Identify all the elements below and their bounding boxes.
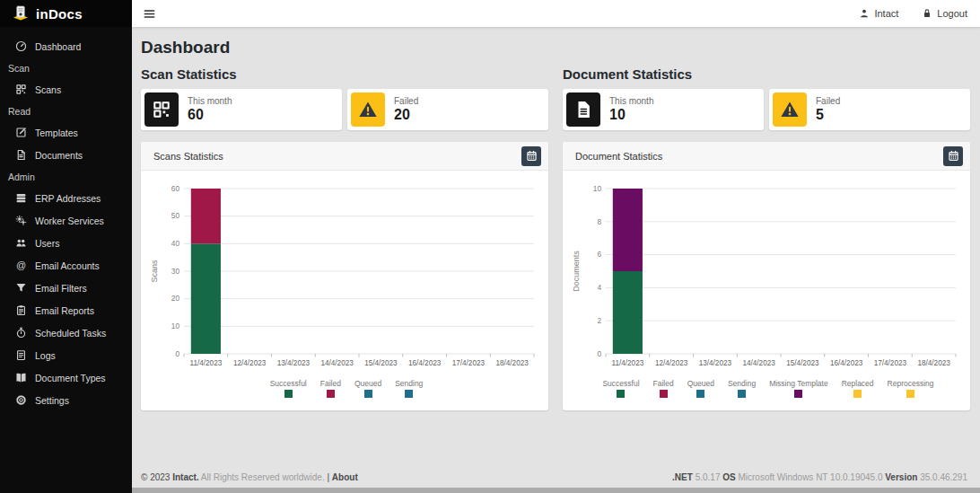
sidebar-item-email-filters[interactable]: Email Filters	[0, 277, 132, 299]
logout-button[interactable]: Logout	[922, 8, 967, 19]
bar-segment-missing-template[interactable]	[613, 189, 643, 271]
legend-item-replaced[interactable]: Replaced	[842, 379, 874, 398]
app-logo[interactable]: inDocs	[0, 0, 132, 27]
card-value: 10	[609, 107, 653, 123]
sidebar-item-label: Email Reports	[35, 305, 94, 316]
documents-chart-body: 0246810Documents11/4/202312/4/202313/4/2…	[563, 171, 970, 410]
menu-toggle-button[interactable]	[141, 5, 158, 22]
documents-chart-legend: SuccessfulFailedQueuedSendingMissing Tem…	[570, 377, 967, 407]
sidebar-section-label: Read	[8, 106, 31, 117]
sidebar-item-document-types[interactable]: Document Types	[0, 366, 132, 389]
document-icon	[566, 92, 600, 127]
legend-item-successful[interactable]: Successful	[602, 379, 639, 398]
documents-date-range-button[interactable]	[943, 146, 963, 166]
legend-swatch	[906, 390, 914, 398]
svg-text:18/4/2023: 18/4/2023	[917, 359, 950, 367]
bottom-strip	[132, 488, 980, 493]
hamburger-icon	[143, 7, 156, 21]
sidebar-item-label: Worker Services	[35, 216, 104, 226]
scans-chart-legend: SuccessfulFailedQueuedSending	[148, 377, 545, 407]
sidebar-item-erp-addresses[interactable]: ERP Addresses	[0, 187, 132, 209]
footer-segment: Microsoft Windows NT 10.0.19045.0	[736, 472, 886, 482]
legend-item-reprocessing[interactable]: Reprocessing	[888, 379, 934, 398]
svg-text:30: 30	[171, 267, 180, 276]
card-value: 60	[188, 107, 232, 123]
documents-chart-panel-header: Document Statistics	[563, 142, 970, 171]
at-icon: @	[15, 260, 27, 271]
sidebar-item-dashboard[interactable]: Dashboard	[0, 35, 132, 57]
legend-label: Queued	[354, 379, 381, 388]
about-link[interactable]: About	[332, 472, 358, 482]
sidebar-item-label: Documents	[35, 150, 83, 161]
documents-chart-panel: Document Statistics 0246810Documents11/4…	[563, 142, 970, 410]
legend-item-failed[interactable]: Failed	[320, 379, 341, 398]
scan-stat-cards: This month 60 Failed 20	[141, 89, 548, 130]
sidebar-item-label: Email Filters	[35, 283, 87, 294]
page-title: Dashboard	[141, 38, 967, 57]
people-icon	[15, 237, 27, 249]
legend-item-sending[interactable]: Sending	[728, 379, 756, 398]
bar-segment-successful[interactable]	[191, 243, 221, 354]
app-title: inDocs	[36, 6, 83, 22]
svg-text:15/4/2023: 15/4/2023	[786, 359, 819, 367]
svg-text:0: 0	[597, 349, 601, 358]
legend-label: Sending	[728, 379, 756, 388]
logout-label: Logout	[937, 8, 967, 19]
legend-item-sending[interactable]: Sending	[395, 379, 423, 398]
sidebar-item-documents[interactable]: Documents	[0, 144, 132, 166]
documents-bar-chart[interactable]: 0246810Documents11/4/202312/4/202313/4/2…	[570, 180, 967, 377]
legend-swatch	[660, 390, 668, 398]
sidebar-item-users[interactable]: Users	[0, 232, 132, 254]
scans-bar-chart[interactable]: 0102030405060Scans11/4/202312/4/202313/4…	[148, 180, 545, 377]
stat-card-documents-failed: Failed 5	[769, 89, 970, 130]
legend-swatch	[617, 390, 625, 398]
gear-icon	[15, 394, 27, 406]
stat-card-scans-failed: Failed 20	[347, 89, 548, 130]
legend-item-missing-template[interactable]: Missing Template	[769, 379, 828, 398]
scans-chart-panel: Scans Statistics 0102030405060Scans11/4/…	[141, 142, 548, 410]
legend-item-queued[interactable]: Queued	[687, 379, 714, 398]
bar-segment-successful[interactable]	[613, 271, 643, 354]
svg-text:14/4/2023: 14/4/2023	[742, 359, 775, 367]
sidebar-item-logs[interactable]: Logs	[0, 344, 132, 366]
legend-item-failed[interactable]: Failed	[653, 379, 674, 398]
topbar-right: Intact Logout	[859, 8, 967, 19]
scans-date-range-button[interactable]	[521, 146, 541, 166]
chart-svg: 0102030405060Scans11/4/202312/4/202313/4…	[148, 180, 539, 374]
user-menu[interactable]: Intact	[859, 8, 898, 19]
user-label: Intact	[874, 8, 898, 19]
svg-text:4: 4	[597, 283, 601, 292]
stopwatch-icon	[15, 327, 27, 339]
sidebar-item-label: Logs	[35, 350, 56, 361]
documents-chart-title: Document Statistics	[575, 151, 662, 162]
card-label: Failed	[394, 96, 418, 106]
sidebar-item-email-reports[interactable]: Email Reports	[0, 299, 132, 321]
sidebar-item-scans[interactable]: Scans	[0, 78, 132, 101]
sidebar-item-worker-services[interactable]: Worker Services	[0, 209, 132, 232]
sidebar-item-label: Email Accounts	[35, 260, 100, 271]
sidebar-section-read: Read	[0, 101, 132, 121]
sidebar-item-templates[interactable]: Templates	[0, 121, 132, 144]
scan-statistics-section: Scan Statistics This month 60 Failed 20	[141, 66, 548, 410]
footer-segment: Intact.	[172, 472, 198, 482]
bar-segment-failed[interactable]	[191, 189, 221, 243]
sidebar-item-scheduled-tasks[interactable]: Scheduled Tasks	[0, 321, 132, 344]
journal-icon	[15, 349, 27, 361]
legend-item-queued[interactable]: Queued	[354, 379, 381, 398]
svg-text:50: 50	[171, 211, 180, 220]
svg-text:6: 6	[597, 250, 601, 259]
sidebar-item-settings[interactable]: Settings	[0, 389, 132, 411]
svg-text:16/4/2023: 16/4/2023	[830, 359, 863, 367]
server-icon	[15, 192, 27, 204]
svg-text:2: 2	[597, 316, 601, 325]
version-info: .NET 5.0.17 OS Microsoft Windows NT 10.0…	[672, 472, 967, 482]
svg-text:13/4/2023: 13/4/2023	[699, 359, 732, 367]
sidebar-section-scan: Scan	[0, 57, 132, 78]
scans-chart-panel-header: Scans Statistics	[141, 142, 548, 171]
svg-text:10: 10	[593, 184, 602, 193]
legend-item-successful[interactable]: Successful	[270, 379, 307, 398]
sidebar-nav: DashboardScanScansReadTemplatesDocuments…	[0, 27, 132, 411]
sidebar-item-email-accounts[interactable]: @Email Accounts	[0, 254, 132, 277]
document-stat-cards: This month 10 Failed 5	[563, 89, 970, 130]
legend-label: Missing Template	[769, 379, 828, 388]
